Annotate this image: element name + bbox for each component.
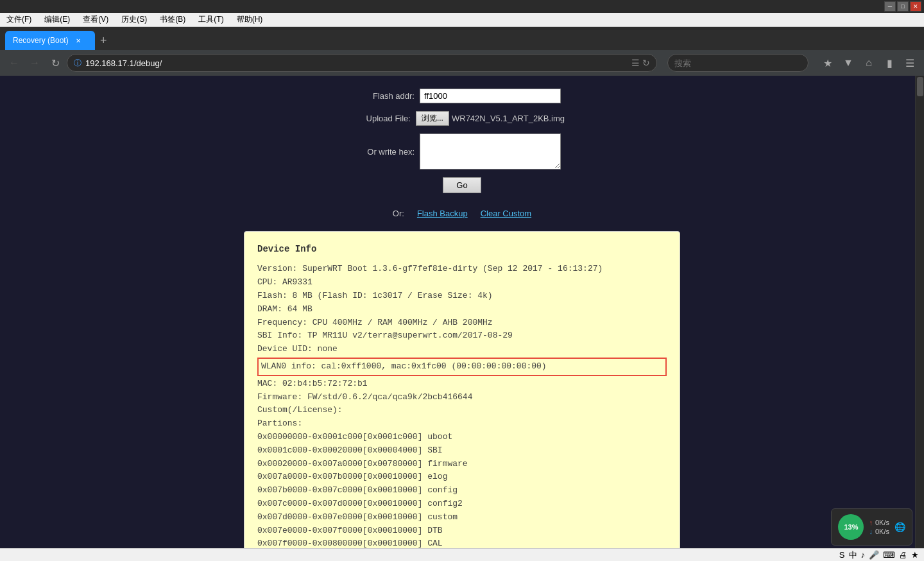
or-links-row: Or: Flash Backup Clear Custom (393, 209, 531, 218)
info-line-version: Version: SuperWRT Boot 1.3.6-gf7fef81e-d… (257, 263, 667, 276)
network-widget: 13% ↑ 0K/s ↓ 0K/s 🌐 (831, 508, 912, 546)
info-icon: ⓘ (74, 58, 81, 69)
device-info-box: Device Info Version: SuperWRT Boot 1.3.6… (244, 231, 680, 548)
go-btn-row: Go (443, 177, 481, 193)
info-line-part4: 0x007b0000-0x007c0000[0x00010000] config (257, 484, 667, 497)
info-line-part8: 0x007f0000-0x00800000[0x00010000] CAL (257, 537, 667, 548)
network-speeds: ↑ 0K/s ↓ 0K/s (869, 519, 889, 535)
network-icon: 🌐 (894, 522, 905, 532)
file-upload-area: 浏览... WR742N_V5.1_ART_2KB.img (416, 111, 565, 126)
minimize-button[interactable]: ─ (884, 1, 896, 12)
flash-form: Flash addr: Upload File: 浏览... WR742N_V5… (359, 89, 565, 193)
address-text: 192.168.17.1/debug/ (85, 58, 628, 68)
info-line-part7: 0x007e0000-0x007f0000[0x00010000] DTB (257, 524, 667, 538)
reload-icon[interactable]: ↻ (642, 58, 650, 68)
flash-addr-row: Flash addr: (363, 89, 561, 103)
download-arrow: ↓ (869, 528, 873, 535)
nav-bar: ← → ↻ ⓘ 192.168.17.1/debug/ ☰ ↻ ★ ▼ ⌂ ▮ … (0, 50, 924, 76)
shield-button[interactable]: ▮ (880, 54, 898, 72)
search-input[interactable] (667, 54, 809, 72)
info-line-sbi: SBI Info: TP MR11U v2/terra@superwrt.com… (257, 329, 667, 343)
flash-backup-link[interactable]: Flash Backup (417, 209, 468, 218)
browser-tab[interactable]: Recovery (Boot) ✕ (5, 31, 95, 50)
window-titlebar: ─ □ ✕ (0, 0, 924, 13)
reader-icon[interactable]: ☰ (631, 58, 640, 68)
wlan-highlight-line: WLAN0 info: cal:0xff1000, mac:0x1fc00 (0… (257, 358, 667, 376)
status-music-icon: ♪ (861, 550, 866, 560)
clear-custom-link[interactable]: Clear Custom (481, 209, 531, 218)
menu-view[interactable]: 查看(V) (79, 13, 112, 26)
address-icons: ☰ ↻ (631, 58, 650, 68)
cpu-percent: 13% (844, 523, 858, 531)
new-tab-button[interactable]: + (95, 31, 112, 50)
bookmark-star-button[interactable]: ★ (819, 54, 837, 72)
status-icons: S 中 ♪ 🎤 ⌨ 🖨 ★ (839, 549, 919, 561)
home-button[interactable]: ⌂ (860, 54, 878, 72)
info-line-part3: 0x007a0000-0x007b0000[0x00010000] elog (257, 470, 667, 484)
upload-file-row: Upload File: 浏览... WR742N_V5.1_ART_2KB.i… (359, 111, 565, 126)
page-content: Flash addr: Upload File: 浏览... WR742N_V5… (0, 76, 924, 548)
cpu-usage-circle: 13% (838, 514, 864, 540)
status-star-icon: ★ (911, 550, 919, 560)
info-line-freq: Frequency: CPU 400MHz / RAM 400MHz / AHB… (257, 316, 667, 330)
maximize-button[interactable]: □ (897, 1, 909, 12)
menu-bookmarks[interactable]: 书签(B) (156, 13, 189, 26)
search-area (662, 54, 814, 72)
download-speed: 0K/s (875, 528, 889, 535)
nav-right-icons: ★ ▼ ⌂ ▮ ☰ (819, 54, 919, 72)
info-line-firmware: Firmware: FW/std/0.6.2/qca/qca9k/2bcb416… (257, 391, 667, 404)
menu-edit[interactable]: 编辑(E) (40, 13, 74, 26)
menu-file[interactable]: 文件(F) (3, 13, 35, 26)
download-speed-row: ↓ 0K/s (869, 528, 889, 535)
flash-addr-label: Flash addr: (363, 91, 415, 101)
status-bar: S 中 ♪ 🎤 ⌨ 🖨 ★ (0, 548, 924, 561)
tab-bar: Recovery (Boot) ✕ + (0, 27, 924, 50)
status-keyboard-icon: ⌨ (883, 550, 895, 560)
close-button[interactable]: ✕ (910, 1, 921, 12)
scrollbar[interactable] (915, 76, 924, 561)
save-button[interactable]: ▼ (839, 54, 857, 72)
refresh-button[interactable]: ↻ (46, 54, 64, 72)
browse-button[interactable]: 浏览... (416, 111, 449, 126)
info-line-part2: 0x00020000-0x007a0000[0x00780000] firmwa… (257, 458, 667, 471)
or-write-hex-label: Or write hex: (363, 147, 415, 157)
info-line-flash: Flash: 8 MB (Flash ID: 1c3017 / Erase Si… (257, 289, 667, 303)
back-button[interactable]: ← (5, 54, 23, 72)
info-line-dram: DRAM: 64 MB (257, 303, 667, 316)
upload-speed: 0K/s (875, 519, 889, 526)
upload-arrow: ↑ (869, 519, 873, 526)
status-mic-icon: 🎤 (869, 550, 879, 560)
upload-speed-row: ↑ 0K/s (869, 519, 889, 526)
hex-textarea[interactable] (420, 134, 561, 169)
info-line-part1: 0x0001c000-0x00020000[0x00004000] SBI (257, 444, 667, 458)
menu-history[interactable]: 历史(S) (117, 13, 151, 26)
scroll-thumb[interactable] (917, 77, 923, 96)
tab-close-button[interactable]: ✕ (74, 36, 83, 45)
address-bar[interactable]: ⓘ 192.168.17.1/debug/ ☰ ↻ (67, 54, 657, 72)
status-printer-icon: 🖨 (899, 550, 907, 560)
flash-addr-input[interactable] (420, 89, 561, 103)
forward-button[interactable]: → (26, 54, 44, 72)
menu-button[interactable]: ☰ (901, 54, 919, 72)
window-controls: ─ □ ✕ (884, 1, 921, 12)
status-chinese-icon: 中 (849, 549, 857, 561)
menu-tools[interactable]: 工具(T) (194, 13, 227, 26)
status-s-icon: S (839, 550, 845, 560)
file-name-display: WR742N_V5.1_ART_2KB.img (452, 114, 565, 123)
info-line-mac: MAC: 02:b4:b5:72:72:b1 (257, 377, 667, 391)
info-line-part6: 0x007d0000-0x007e0000[0x00010000] custom (257, 511, 667, 524)
or-label: Or: (393, 209, 404, 218)
info-line-part0: 0x00000000-0x0001c000[0x0001c000] uboot (257, 431, 667, 444)
tab-label: Recovery (Boot) (13, 36, 69, 45)
info-line-custom: Custom(/License): (257, 404, 667, 417)
go-button[interactable]: Go (443, 177, 481, 193)
info-line-cpu: CPU: AR9331 (257, 276, 667, 289)
menu-bar: 文件(F) 编辑(E) 查看(V) 历史(S) 书签(B) 工具(T) 帮助(H… (0, 13, 924, 27)
info-line-uid: Device UID: none (257, 343, 667, 356)
hex-textarea-row: Or write hex: (363, 134, 561, 169)
upload-file-label: Upload File: (359, 114, 411, 123)
info-line-partions: Partions: (257, 417, 667, 431)
info-line-part5: 0x007c0000-0x007d0000[0x00010000] config… (257, 497, 667, 511)
menu-help[interactable]: 帮助(H) (233, 13, 267, 26)
device-info-title: Device Info (257, 242, 667, 256)
